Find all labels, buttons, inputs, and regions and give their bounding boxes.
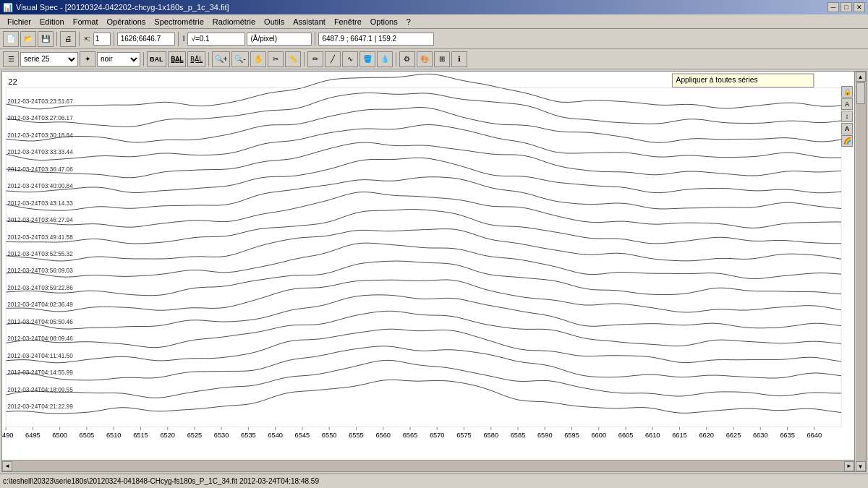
svg-text:2012-03-24T03:27:06.17: 2012-03-24T03:27:06.17 [7,115,73,121]
cut-button[interactable]: ✂ [268,51,284,67]
scroll-down-button[interactable]: ▼ [856,461,866,471]
menu-assistant[interactable]: Assistant [289,16,330,27]
line-button[interactable]: ╱ [325,51,341,67]
sep1 [56,32,57,46]
new-button[interactable]: 📄 [3,31,19,47]
menu-outils[interactable]: Outils [260,16,289,27]
close-button[interactable]: ✕ [854,2,865,12]
series-select[interactable]: serie 25 [20,52,78,67]
menu-format[interactable]: Format [69,16,103,27]
minimize-button[interactable]: ─ [827,2,839,12]
svg-text:6520: 6520 [160,432,175,439]
sep7 [208,52,209,67]
menu-spectrometrie[interactable]: Spectrométrie [150,16,208,27]
print-button[interactable]: 🖨 [60,31,76,47]
grid-button[interactable]: ⊞ [434,51,450,67]
chart-container[interactable]: 22 Appliquer à toutes séries 2012-03-24T… [1,71,867,472]
svg-text:6610: 6610 [645,432,660,439]
svg-text:6625: 6625 [726,432,741,439]
svg-text:2012-03-24T03:56:09.03: 2012-03-24T03:56:09.03 [7,267,73,274]
svg-text:6590: 6590 [537,432,553,439]
scroll-thumb-v[interactable] [856,82,865,104]
settings-button[interactable]: ⚙ [399,51,415,67]
measure-button[interactable]: 📏 [285,51,301,67]
pan-button[interactable]: ✋ [250,51,266,67]
zoom-input[interactable] [93,33,111,46]
lock-icon[interactable]: 🔒 [841,86,853,98]
svg-text:6490: 6490 [2,432,13,439]
menu-edition[interactable]: Edition [35,16,69,27]
svg-text:6515: 6515 [133,432,148,439]
svg-text:6565: 6565 [403,432,418,439]
svg-text:6495: 6495 [25,432,41,439]
svg-text:6630: 6630 [753,432,768,439]
svg-text:6505: 6505 [80,432,95,439]
menu-help[interactable]: ? [402,16,415,27]
water-button[interactable]: 💧 [377,51,393,67]
svg-text:2012-03-24T03:33:33.44: 2012-03-24T03:33:33.44 [7,149,73,155]
scroll-left-button[interactable]: ◄ [2,461,12,471]
zoom-in-button[interactable]: 🔍+ [212,51,231,67]
svg-text:6640: 6640 [807,432,822,439]
right-tool-3[interactable]: A [841,123,853,134]
sqrt-label: √=0.1 [191,35,209,43]
svg-text:2012-03-24T04:05:50.46: 2012-03-24T04:05:50.46 [7,319,73,325]
svg-text:6535: 6535 [241,432,256,439]
svg-rect-0 [2,72,866,471]
svg-text:6620: 6620 [699,432,714,439]
scroll-up-button[interactable]: ▲ [856,72,866,82]
right-tool-2[interactable]: ↕ [841,111,853,122]
svg-text:2012-03-24T03:49:41.58: 2012-03-24T03:49:41.58 [7,234,73,241]
lambda-unit: (Å/pixel) [250,35,277,43]
lambda-unit-box: (Å/pixel) [247,33,312,46]
menubar: Fichier Edition Format Opérations Spectr… [0,14,868,29]
y-label-top: 22 [8,77,17,86]
scroll-track-h[interactable] [12,461,844,471]
star-button[interactable]: ✦ [80,51,95,67]
open-button[interactable]: 📂 [20,31,36,47]
chart-svg: 22 Appliquer à toutes séries 2012-03-24T… [2,72,866,471]
scroll-right-button[interactable]: ► [844,461,854,471]
sep9 [396,52,396,67]
menu-fenetre[interactable]: Fenêtre [330,16,366,27]
menu-radiometrie[interactable]: Radiométrie [208,16,260,27]
svg-text:6510: 6510 [106,432,122,439]
menu-options[interactable]: Options [366,16,402,27]
zoom-out-button[interactable]: 🔍- [231,51,248,67]
app-icon: 📊 [3,3,13,12]
status-path: c:\teshell\20323\serie180s\20120324-0418… [3,477,319,485]
sep8 [304,52,305,67]
svg-text:6635: 6635 [780,432,795,439]
coord-y: 6646.7 [139,35,161,43]
svg-text:6615: 6615 [672,432,687,439]
color-select[interactable]: noir [97,52,140,67]
svg-text:2012-03-24T03:43:14.33: 2012-03-24T03:43:14.33 [7,200,73,207]
restore-button[interactable]: □ [841,2,852,12]
menu-fichier[interactable]: Fichier [3,16,35,27]
bal3-button[interactable]: B̲Ā̲L̲ [187,51,205,67]
scroll-track-v[interactable] [856,82,866,461]
menu-operations[interactable]: Opérations [103,16,150,27]
right-tool-color[interactable]: 🌈 [841,135,853,147]
svg-text:6500: 6500 [52,432,67,439]
fill-button[interactable]: 🪣 [359,51,375,67]
colors-button[interactable]: 🎨 [417,51,433,67]
titlebar-title: 📊 Visual Spec - [20120324-042202-chcyg-1… [3,3,229,12]
bal2-button[interactable]: B̲A̲L̲ [168,51,186,67]
draw-button[interactable]: ✏ [307,51,323,67]
svg-text:2012-03-24T04:11:41.50: 2012-03-24T04:11:41.50 [7,353,73,359]
save-button[interactable]: 💾 [38,31,54,47]
vertical-scrollbar[interactable]: ▲ ▼ [854,72,866,471]
right-tool-1[interactable]: A [841,98,853,110]
svg-text:2012-03-24T03:30:18.84: 2012-03-24T03:30:18.84 [7,132,73,139]
info-button[interactable]: ℹ [451,51,467,67]
svg-text:Appliquer à toutes séries: Appliquer à toutes séries [676,76,758,84]
horizontal-scrollbar[interactable]: ◄ ► [2,460,854,471]
svg-text:6585: 6585 [511,432,526,439]
coord-display: 6487.9 ; 6647.1 | 159.2 [318,33,434,46]
coord-xy: 1626 ; 6646.7 [117,33,175,46]
svg-text:6545: 6545 [295,432,310,439]
bal-button[interactable]: BAL [147,51,166,67]
series-toggle[interactable]: ☰ [3,51,19,67]
curve-button[interactable]: ∿ [342,51,358,67]
